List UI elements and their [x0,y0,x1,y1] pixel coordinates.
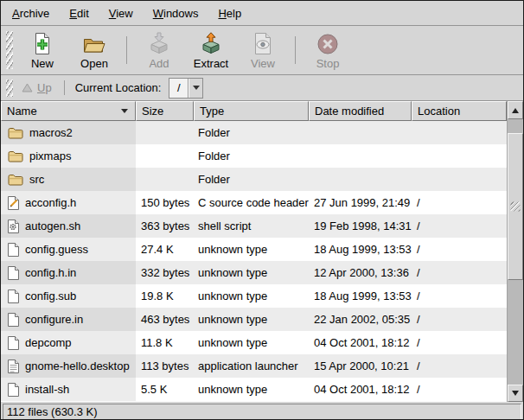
up-button[interactable]: Up [16,80,57,96]
toolbar-separator [126,36,127,64]
file-name-cell[interactable]: config.sub [1,284,136,308]
date-modified-cell: 04 Oct 2001, 18:12 [309,378,412,401]
menu-help[interactable]: Help [210,3,249,24]
type-cell: application launcher [194,354,309,378]
file-name-cell[interactable]: config.h.in [1,261,136,284]
date-modified-cell: 18 Aug 1999, 13:53 [309,238,412,261]
file-name: src [29,173,44,186]
document-icon [8,313,19,327]
view-button[interactable]: View [238,29,288,72]
document-text-icon [8,360,19,373]
table-row[interactable]: autogen.sh363 bytesshell script19 Feb 19… [1,214,507,238]
file-name-cell[interactable]: macros2 [1,121,136,144]
table-row[interactable]: config.sub19.8 Kunknown type18 Aug 1999,… [1,284,507,308]
type-cell: unknown type [194,308,309,331]
stop-button[interactable]: Stop [303,29,353,72]
add-files-icon [148,31,170,55]
table-row[interactable]: config.guess27.4 Kunknown type18 Aug 199… [1,238,507,261]
file-name: macros2 [29,126,73,139]
table-row[interactable]: depcomp11.8 Kunknown type04 Oct 2001, 18… [1,331,507,354]
file-name-cell[interactable]: src [1,168,136,191]
date-modified-cell: 22 Jan 2002, 05:35 [309,308,412,331]
file-name-cell[interactable]: install-sh [1,378,136,401]
table-row[interactable]: macros2Folder [1,121,507,144]
toolbar-drag-handle[interactable] [6,31,13,69]
column-header-date-modified[interactable]: Date modified [309,101,412,121]
file-name-cell[interactable]: autogen.sh [1,214,136,238]
type-cell: Folder [194,168,309,191]
view-file-icon [253,31,272,55]
file-name-cell[interactable]: depcomp [1,331,136,354]
size-cell [136,168,194,191]
scroll-up-button[interactable] [508,101,523,119]
folder-icon [8,174,23,186]
file-name: acconfig.h [25,196,76,209]
add-button[interactable]: Add [134,29,184,72]
column-header-type[interactable]: Type [194,101,309,121]
document-edit-icon [8,196,19,210]
file-name: autogen.sh [25,220,80,232]
size-cell [136,121,194,144]
table-row[interactable]: acconfig.h150 bytesC source code header2… [1,191,507,214]
size-cell: 463 bytes [136,308,194,331]
menu-edit[interactable]: Edit [61,3,96,24]
menu-view[interactable]: View [101,3,141,24]
new-button[interactable]: New [17,29,67,72]
size-cell: 332 bytes [136,261,194,284]
date-modified-cell [309,144,412,168]
file-name-cell[interactable]: configure.in [1,308,136,331]
table-row[interactable]: gnome-hello.desktop113 bytesapplication … [1,354,507,378]
scroll-down-button[interactable] [508,385,523,402]
current-location-label: Current Location: [75,81,162,94]
table-row[interactable]: install-sh5.5 Kunknown type04 Oct 2001, … [1,378,507,401]
file-name-cell[interactable]: acconfig.h [1,191,136,214]
document-icon [8,336,19,350]
column-header-location[interactable]: Location [412,101,507,121]
location-value[interactable]: / [169,79,189,98]
column-header-label: Date modified [315,105,384,118]
type-cell: Folder [194,144,309,168]
extract-button[interactable]: Extract [186,29,236,72]
scrollbar-thumb[interactable] [508,133,523,280]
size-cell: 150 bytes [136,191,194,214]
type-cell: unknown type [194,284,309,308]
menu-archive[interactable]: Archive [4,3,57,24]
file-name-cell[interactable]: pixmaps [1,144,136,168]
column-header-label: Size [142,105,163,118]
location-cell: / [412,284,507,308]
table-row[interactable]: srcFolder [1,168,507,191]
location-cell: / [412,378,507,401]
table-row[interactable]: pixmapsFolder [1,144,507,168]
document-gear-icon [8,220,19,233]
archive-manager-window: ArchiveEditViewWindowsHelp NewOpenAddExt… [0,0,524,420]
file-name: config.sub [25,290,76,302]
toolbar-button-label: Add [149,57,169,70]
date-modified-cell: 04 Oct 2001, 18:12 [309,331,412,354]
table-row[interactable]: configure.in463 bytesunknown type22 Jan … [1,308,507,331]
up-button-label: Up [37,81,52,94]
file-list-area: NameSizeTypeDate modifiedLocation macros… [1,101,523,402]
file-name-cell[interactable]: config.guess [1,238,136,261]
menu-windows[interactable]: Windows [145,3,207,24]
location-cell: / [412,308,507,331]
location-cell: / [412,331,507,354]
location-cell: / [412,354,507,378]
location-cell: / [412,191,507,214]
locationbar-drag-handle[interactable] [6,80,13,97]
date-modified-cell: 18 Aug 1999, 13:53 [309,284,412,308]
file-name-cell[interactable]: gnome-hello.desktop [1,354,136,378]
scroll-down-icon [512,391,519,396]
scrollbar-trough[interactable] [508,119,523,385]
open-button[interactable]: Open [69,29,119,72]
main-toolbar: NewOpenAddExtractViewStop [1,26,523,75]
column-header-name[interactable]: Name [1,101,136,121]
file-list-pane: NameSizeTypeDate modifiedLocation macros… [1,101,507,402]
vertical-scrollbar[interactable] [507,101,523,402]
chevron-down-icon [193,86,200,90]
type-cell: unknown type [194,378,309,401]
table-row[interactable]: config.h.in332 bytesunknown type12 Apr 2… [1,261,507,284]
document-icon [8,243,19,257]
location-combo[interactable]: / [169,78,203,99]
combo-dropdown-button[interactable] [189,79,202,98]
column-header-size[interactable]: Size [136,101,194,121]
